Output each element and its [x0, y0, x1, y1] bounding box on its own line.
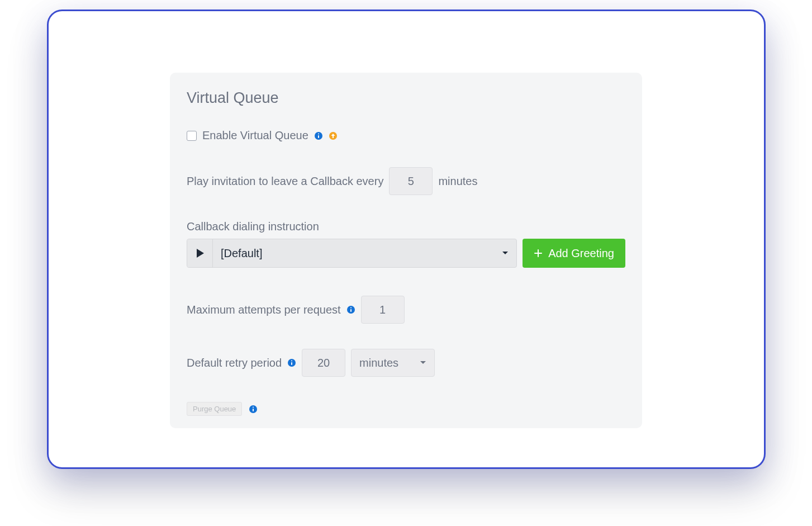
enable-label: Enable Virtual Queue	[202, 129, 308, 142]
invitation-row: Play invitation to leave a Callback ever…	[187, 167, 625, 195]
max-attempts-row: Maximum attempts per request	[187, 296, 625, 324]
info-icon[interactable]	[249, 405, 258, 414]
max-attempts-label: Maximum attempts per request	[187, 304, 341, 316]
info-icon[interactable]	[314, 131, 323, 140]
virtual-queue-card: Virtual Queue Enable Virtual Queue Play …	[170, 73, 642, 428]
max-attempts-input[interactable]	[361, 296, 405, 324]
add-greeting-button[interactable]: Add Greeting	[523, 239, 625, 268]
svg-rect-10	[291, 362, 292, 365]
retry-unit-select[interactable]: minutes	[351, 349, 435, 377]
dialing-select[interactable]: [Default]	[213, 239, 516, 267]
retry-unit-value: minutes	[359, 357, 398, 369]
dialing-row: [Default] Add Greeting	[187, 239, 625, 268]
svg-rect-11	[291, 361, 292, 362]
invitation-prefix: Play invitation to leave a Callback ever…	[187, 175, 383, 188]
info-icon[interactable]	[287, 358, 296, 367]
svg-rect-7	[350, 309, 352, 312]
play-button[interactable]	[187, 239, 213, 267]
svg-rect-14	[253, 406, 254, 407]
card-title: Virtual Queue	[187, 89, 625, 107]
dialing-select-wrap: [Default]	[187, 239, 517, 268]
svg-rect-13	[253, 409, 254, 411]
upgrade-icon[interactable]	[329, 131, 338, 140]
retry-label: Default retry period	[187, 357, 282, 369]
svg-rect-5	[534, 253, 542, 254]
add-greeting-label: Add Greeting	[548, 247, 614, 260]
svg-rect-2	[318, 133, 319, 134]
purge-queue-button[interactable]: Purge Queue	[187, 402, 242, 416]
info-icon[interactable]	[346, 305, 355, 314]
invitation-interval-input[interactable]	[389, 167, 433, 195]
retry-value-input[interactable]	[302, 349, 345, 377]
enable-row: Enable Virtual Queue	[187, 129, 625, 142]
settings-window: Virtual Queue Enable Virtual Queue Play …	[49, 11, 764, 467]
invitation-suffix: minutes	[438, 175, 477, 188]
retry-row: Default retry period minutes	[187, 349, 625, 377]
svg-rect-1	[318, 135, 319, 138]
caret-down-icon	[420, 361, 426, 365]
dialing-selected-value: [Default]	[221, 247, 262, 260]
enable-checkbox[interactable]	[187, 131, 197, 141]
dialing-label: Callback dialing instruction	[187, 220, 625, 233]
svg-rect-8	[350, 307, 352, 309]
caret-down-icon	[502, 251, 509, 255]
purge-row: Purge Queue	[187, 402, 625, 416]
